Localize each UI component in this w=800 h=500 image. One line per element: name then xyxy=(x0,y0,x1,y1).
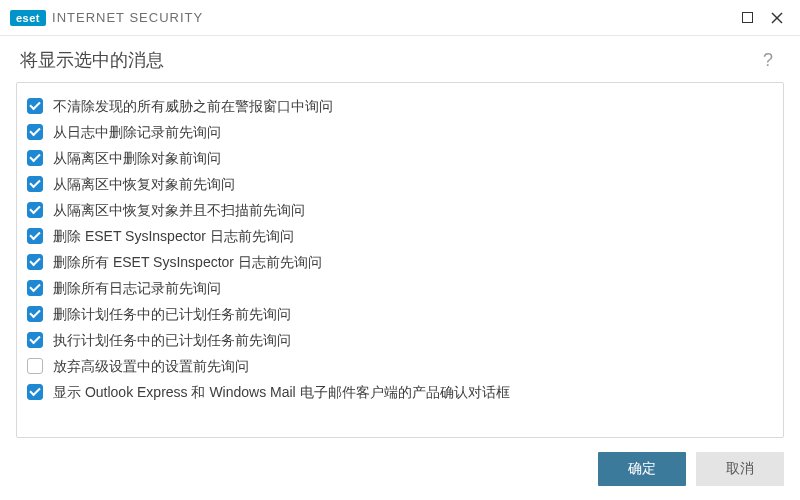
option-checkbox[interactable] xyxy=(27,124,43,140)
cancel-button[interactable]: 取消 xyxy=(696,452,784,486)
maximize-icon xyxy=(742,12,753,23)
option-checkbox[interactable] xyxy=(27,254,43,270)
option-label: 显示 Outlook Express 和 Windows Mail 电子邮件客户… xyxy=(53,382,510,402)
brand-badge: eset xyxy=(10,10,46,26)
option-row: 删除计划任务中的已计划任务前先询问 xyxy=(27,301,775,327)
close-button[interactable] xyxy=(762,4,792,32)
titlebar: eset INTERNET SECURITY xyxy=(0,0,800,36)
options-scroll[interactable]: 不清除发现的所有威胁之前在警报窗口中询问从日志中删除记录前先询问从隔离区中删除对… xyxy=(17,83,783,437)
option-label: 删除所有 ESET SysInspector 日志前先询问 xyxy=(53,252,322,272)
dialog-title: 将显示选中的消息 xyxy=(20,48,164,72)
option-label: 从隔离区中恢复对象前先询问 xyxy=(53,174,235,194)
option-label: 不清除发现的所有威胁之前在警报窗口中询问 xyxy=(53,96,333,116)
option-label: 删除计划任务中的已计划任务前先询问 xyxy=(53,304,291,324)
option-row: 删除所有 ESET SysInspector 日志前先询问 xyxy=(27,249,775,275)
option-checkbox[interactable] xyxy=(27,358,43,374)
ok-button[interactable]: 确定 xyxy=(598,452,686,486)
option-row: 从日志中删除记录前先询问 xyxy=(27,119,775,145)
product-name: INTERNET SECURITY xyxy=(52,10,203,25)
option-label: 执行计划任务中的已计划任务前先询问 xyxy=(53,330,291,350)
option-checkbox[interactable] xyxy=(27,280,43,296)
close-icon xyxy=(771,12,783,24)
option-checkbox[interactable] xyxy=(27,150,43,166)
option-row: 放弃高级设置中的设置前先询问 xyxy=(27,353,775,379)
help-button[interactable]: ? xyxy=(756,50,780,71)
options-panel: 不清除发现的所有威胁之前在警报窗口中询问从日志中删除记录前先询问从隔离区中删除对… xyxy=(16,82,784,438)
option-checkbox[interactable] xyxy=(27,98,43,114)
maximize-button[interactable] xyxy=(732,4,762,32)
option-label: 从隔离区中恢复对象并且不扫描前先询问 xyxy=(53,200,305,220)
option-row: 删除所有日志记录前先询问 xyxy=(27,275,775,301)
option-row: 删除 ESET SysInspector 日志前先询问 xyxy=(27,223,775,249)
dialog-header: 将显示选中的消息 ? xyxy=(0,36,800,82)
option-row: 从隔离区中删除对象前询问 xyxy=(27,145,775,171)
option-row: 从隔离区中恢复对象前先询问 xyxy=(27,171,775,197)
option-checkbox[interactable] xyxy=(27,384,43,400)
option-checkbox[interactable] xyxy=(27,228,43,244)
option-checkbox[interactable] xyxy=(27,202,43,218)
option-checkbox[interactable] xyxy=(27,176,43,192)
dialog-footer: 确定 取消 xyxy=(0,438,800,500)
option-label: 删除 ESET SysInspector 日志前先询问 xyxy=(53,226,294,246)
option-checkbox[interactable] xyxy=(27,306,43,322)
option-checkbox[interactable] xyxy=(27,332,43,348)
option-row: 显示 Outlook Express 和 Windows Mail 电子邮件客户… xyxy=(27,379,775,405)
option-label: 从隔离区中删除对象前询问 xyxy=(53,148,221,168)
option-label: 删除所有日志记录前先询问 xyxy=(53,278,221,298)
option-row: 不清除发现的所有威胁之前在警报窗口中询问 xyxy=(27,93,775,119)
option-row: 从隔离区中恢复对象并且不扫描前先询问 xyxy=(27,197,775,223)
option-label: 从日志中删除记录前先询问 xyxy=(53,122,221,142)
option-label: 放弃高级设置中的设置前先询问 xyxy=(53,356,249,376)
option-row: 执行计划任务中的已计划任务前先询问 xyxy=(27,327,775,353)
svg-rect-0 xyxy=(742,13,752,23)
